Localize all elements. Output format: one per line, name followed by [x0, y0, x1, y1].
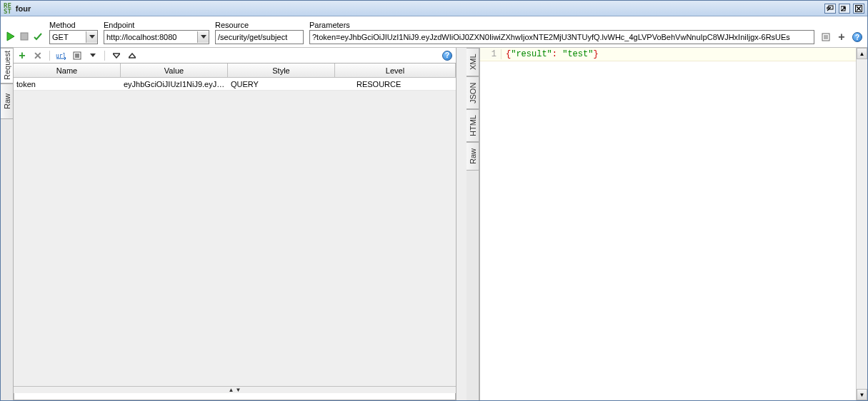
- col-value[interactable]: Value: [121, 64, 228, 77]
- help-button[interactable]: ?: [852, 31, 863, 43]
- endpoint-value: http://localhost:8080: [106, 33, 195, 41]
- rest-icon-bot: ST: [4, 9, 11, 14]
- title-bar: RE ST four: [1, 1, 867, 16]
- address-tools: + ?: [820, 31, 863, 44]
- address-bar: Method GET Endpoint http://localhost:808…: [1, 16, 867, 48]
- json-value: "test": [562, 49, 593, 59]
- response-panel: XML JSON HTML Raw 1 {"result": "test"} ▲…: [467, 48, 867, 400]
- rest-request-window: RE ST four: [0, 0, 868, 401]
- svg-rect-3: [21, 33, 28, 40]
- main-area: Request Raw + ✕ url: [1, 48, 867, 400]
- chevron-down-icon: [197, 31, 209, 43]
- resource-field: Resource: [215, 21, 304, 44]
- resource-input[interactable]: [215, 30, 304, 44]
- request-side-tabs: Request Raw: [1, 48, 14, 400]
- splitter-up-icon: ▲: [229, 387, 234, 393]
- response-line: 1 {"result": "test"}: [480, 48, 856, 61]
- line-number: 1: [480, 49, 502, 59]
- col-level[interactable]: Level: [335, 64, 456, 77]
- request-toolbar: + ✕ url: [14, 48, 456, 64]
- response-scrollbar[interactable]: ▲ ▼: [856, 48, 867, 400]
- options-dropdown-icon[interactable]: [87, 50, 99, 61]
- run-button[interactable]: [5, 31, 16, 42]
- method-label: Method: [49, 21, 98, 29]
- sort-down-icon[interactable]: [111, 50, 122, 61]
- vertical-splitter[interactable]: [457, 48, 467, 400]
- sort-up-icon[interactable]: [126, 50, 138, 61]
- method-value: GET: [52, 33, 84, 41]
- add-param-button[interactable]: +: [16, 50, 28, 61]
- stop-button[interactable]: [19, 31, 30, 42]
- response-side-tabs: XML JSON HTML Raw: [467, 48, 479, 400]
- scroll-down-icon[interactable]: ▼: [857, 389, 867, 400]
- method-select[interactable]: GET: [49, 30, 98, 44]
- tab-raw-request[interactable]: Raw: [1, 83, 13, 119]
- add-button[interactable]: +: [836, 31, 847, 43]
- maximize-button[interactable]: [839, 4, 850, 14]
- tab-raw-response[interactable]: Raw: [467, 142, 479, 171]
- run-buttons: [5, 31, 44, 44]
- separator: [104, 51, 105, 61]
- request-panel: + ✕ url: [14, 48, 457, 400]
- svg-rect-7: [75, 54, 79, 58]
- endpoint-label: Endpoint: [104, 21, 209, 29]
- cell-name: token: [14, 80, 121, 88]
- remove-param-button[interactable]: ✕: [32, 50, 44, 61]
- resource-label: Resource: [215, 21, 304, 29]
- scroll-track[interactable]: [857, 59, 867, 389]
- col-style[interactable]: Style: [228, 64, 335, 77]
- response-content: 1 {"result": "test"}: [479, 48, 856, 400]
- close-button[interactable]: [853, 4, 864, 14]
- apply-button[interactable]: [32, 31, 44, 42]
- window-title: four: [16, 4, 824, 13]
- request-bottom-pane: [14, 393, 456, 400]
- table-header: Name Value Style Level: [14, 64, 456, 78]
- help-icon: ?: [852, 32, 862, 42]
- window-buttons: [824, 4, 864, 14]
- minimize-button[interactable]: [824, 4, 836, 14]
- cell-level: RESOURCE: [335, 80, 456, 88]
- splitter-down-icon: ▼: [236, 387, 241, 393]
- separator: [49, 51, 50, 61]
- parameters-field: Parameters: [309, 21, 814, 44]
- method-field: Method GET: [49, 21, 98, 44]
- endpoint-select[interactable]: http://localhost:8080: [104, 30, 209, 44]
- endpoint-field: Endpoint http://localhost:8080: [104, 21, 209, 44]
- horizontal-splitter[interactable]: ▲ ▼: [14, 386, 456, 393]
- options-button[interactable]: [71, 50, 83, 61]
- scroll-up-icon[interactable]: ▲: [857, 48, 867, 59]
- tab-json[interactable]: JSON: [467, 76, 479, 109]
- tab-request[interactable]: Request: [1, 48, 13, 83]
- parameters-label: Parameters: [309, 21, 814, 29]
- chevron-down-icon: [86, 31, 97, 43]
- cell-value: eyJhbGciOiJIUzI1NiJ9.eyJz...: [121, 80, 228, 88]
- response-json[interactable]: {"result": "test"}: [502, 49, 599, 59]
- tab-xml[interactable]: XML: [467, 48, 479, 76]
- tab-html[interactable]: HTML: [467, 109, 479, 142]
- cell-style: QUERY: [228, 80, 335, 88]
- json-key: "result": [511, 49, 552, 59]
- parameters-input[interactable]: [309, 30, 814, 44]
- col-name[interactable]: Name: [14, 64, 121, 77]
- attach-button[interactable]: [820, 31, 832, 43]
- table-row[interactable]: token eyJhbGciOiJIUzI1NiJ9.eyJz... QUERY…: [14, 78, 456, 91]
- help-icon: ?: [442, 51, 452, 61]
- rest-icon: RE ST: [4, 3, 11, 14]
- table-empty-area: [14, 91, 456, 386]
- panel-help-button[interactable]: ?: [442, 50, 453, 61]
- params-table: Name Value Style Level token eyJhbGciOiJ…: [14, 64, 456, 91]
- encode-button[interactable]: url: [56, 50, 67, 61]
